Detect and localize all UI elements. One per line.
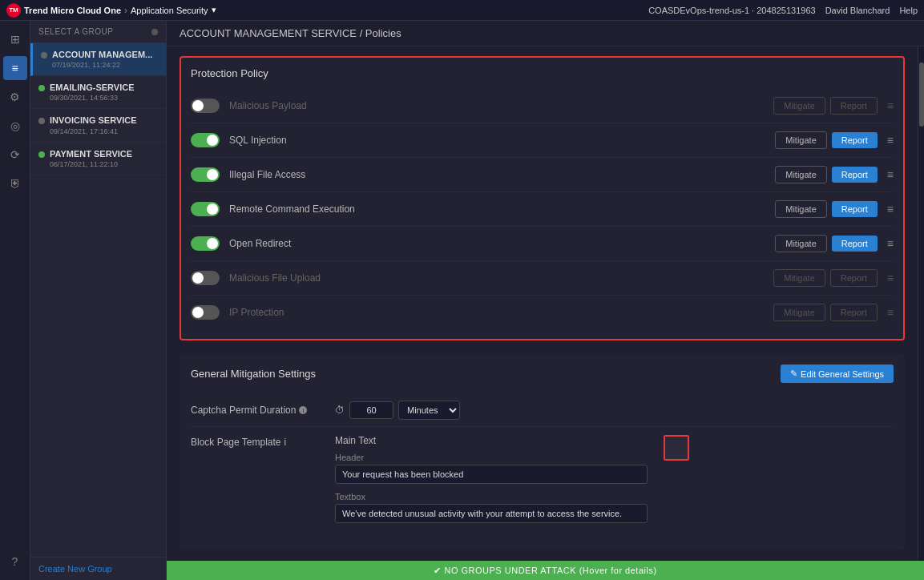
- captcha-value-input[interactable]: [349, 401, 393, 419]
- textbox-field-group: Textbox: [335, 492, 648, 523]
- mitigate-btn-ip-protection[interactable]: Mitigate: [773, 304, 825, 321]
- user-menu[interactable]: David Blanchard: [825, 6, 890, 15]
- filter-icon-btn[interactable]: ≡: [3, 56, 27, 80]
- textbox-field-input[interactable]: [335, 504, 648, 523]
- menu-dots-illegal-file[interactable]: ≡: [887, 168, 894, 181]
- help-icon-btn[interactable]: ?: [3, 550, 27, 574]
- report-btn-sql-injection[interactable]: Report: [832, 132, 878, 148]
- group-list: ACCOUNT MANAGEM... 07/19/2021, 11:24:22 …: [30, 43, 166, 557]
- main-text-label: Main Text: [335, 435, 648, 446]
- report-btn-remote-cmd[interactable]: Report: [832, 201, 878, 217]
- mitigate-btn-sql-injection[interactable]: Mitigate: [775, 131, 827, 149]
- captcha-unit-select[interactable]: Minutes Hours Seconds: [398, 401, 460, 420]
- policy-row-illegal-file: Illegal File Access Mitigate Report ≡: [191, 158, 894, 192]
- status-hint: (Hover for details): [579, 566, 657, 575]
- group-panel-dot: [151, 29, 158, 35]
- toggle-illegal-file[interactable]: [191, 167, 220, 182]
- report-btn-open-redirect[interactable]: Report: [832, 236, 878, 252]
- policy-name-open-redirect: Open Redirect: [220, 238, 775, 249]
- policy-actions-sql-injection: Mitigate Report ≡: [775, 131, 894, 149]
- group-status-dot-payment: [38, 151, 45, 158]
- menu-dots-sql-injection[interactable]: ≡: [887, 134, 894, 147]
- policy-actions-malicious-payload: Mitigate Report ≡: [773, 97, 894, 115]
- breadcrumb: ACCOUNT MANAGEMENT SERVICE / Policies: [167, 21, 924, 46]
- menu-dots-malicious-payload[interactable]: ≡: [887, 99, 894, 112]
- header-field-group: Header: [335, 453, 648, 484]
- main-content: ACCOUNT MANAGEMENT SERVICE / Policies Pr…: [167, 21, 924, 561]
- mitigate-btn-malicious-payload[interactable]: Mitigate: [773, 97, 825, 115]
- general-mitigation-title: General Mitigation Settings: [191, 368, 316, 380]
- circle-icon-btn[interactable]: ◎: [3, 114, 27, 138]
- help-menu[interactable]: Help: [899, 6, 918, 15]
- captcha-info-icon: i: [299, 406, 307, 414]
- sync-icon-btn[interactable]: ⟳: [3, 143, 27, 167]
- group-info-emailing: EMAILING-SERVICE 09/30/2021, 14:56:33: [50, 83, 135, 102]
- toggle-sql-injection[interactable]: [191, 133, 220, 147]
- brand-section: TM Trend Micro Cloud One: [6, 3, 121, 18]
- settings-icon-btn[interactable]: ⚙: [3, 85, 27, 109]
- group-item-account[interactable]: ACCOUNT MANAGEM... 07/19/2021, 11:24:22: [30, 43, 166, 76]
- create-new-group-button[interactable]: Create New Group: [30, 557, 166, 580]
- clock-icon: ⏱: [335, 405, 345, 416]
- scrollbar-thumb: [919, 62, 924, 127]
- toggle-malicious-payload[interactable]: [191, 99, 220, 113]
- group-item-payment[interactable]: PAYMENT SERVICE 06/17/2021, 11:22:10: [30, 143, 166, 175]
- shield-icon-btn[interactable]: ⛨: [3, 171, 27, 195]
- toggle-open-redirect[interactable]: [191, 236, 220, 251]
- toggle-ip-protection[interactable]: [191, 305, 220, 320]
- policy-row-ip-protection: IP Protection Mitigate Report ≡: [191, 296, 894, 329]
- group-info-invoicing: INVOICING SERVICE 09/14/2021, 17:16:41: [50, 115, 137, 135]
- top-navigation: TM Trend Micro Cloud One › Application S…: [0, 0, 924, 21]
- status-bar[interactable]: ✔ NO GROUPS UNDER ATTACK (Hover for deta…: [167, 561, 924, 580]
- brand-name: Trend Micro Cloud One: [24, 6, 121, 15]
- pencil-icon: ✎: [790, 369, 797, 379]
- mitigate-btn-open-redirect[interactable]: Mitigate: [775, 235, 827, 252]
- policy-actions-illegal-file: Mitigate Report ≡: [775, 166, 894, 183]
- policy-name-remote-cmd: Remote Command Execution: [220, 203, 775, 215]
- group-date-payment: 06/17/2021, 11:22:10: [50, 160, 132, 168]
- textbox-field-label: Textbox: [335, 492, 648, 501]
- group-item-invoicing[interactable]: INVOICING SERVICE 09/14/2021, 17:16:41: [30, 109, 166, 142]
- brand-logo: TM: [6, 3, 21, 18]
- group-date-invoicing: 09/14/2021, 17:16:41: [50, 127, 137, 135]
- mitigate-btn-malicious-upload[interactable]: Mitigate: [773, 269, 825, 287]
- mitigate-btn-remote-cmd[interactable]: Mitigate: [775, 200, 827, 218]
- app-chevron: ▾: [212, 5, 216, 15]
- group-status-dot-invoicing: [38, 118, 45, 124]
- group-date-account: 07/19/2021, 11:24:22: [52, 61, 152, 69]
- dashboard-icon-btn[interactable]: ⊞: [3, 27, 27, 51]
- report-btn-illegal-file[interactable]: Report: [832, 167, 878, 183]
- menu-dots-remote-cmd[interactable]: ≡: [887, 203, 894, 215]
- protection-policy-box: Protection Policy Malicious Payload Miti…: [180, 56, 905, 340]
- policy-name-illegal-file: Illegal File Access: [220, 169, 775, 180]
- menu-dots-malicious-upload[interactable]: ≡: [887, 272, 894, 284]
- general-mitigation-header: General Mitigation Settings ✎ Edit Gener…: [191, 365, 894, 383]
- right-scrollbar[interactable]: [918, 46, 924, 561]
- group-item-emailing[interactable]: EMAILING-SERVICE 09/30/2021, 14:56:33: [30, 76, 166, 109]
- policy-actions-malicious-upload: Mitigate Report ≡: [773, 269, 894, 287]
- icon-sidebar: ⊞ ≡ ⚙ ◎ ⟳ ⛨ ?: [0, 21, 30, 580]
- toggle-remote-cmd[interactable]: [191, 202, 220, 216]
- group-name-invoicing: INVOICING SERVICE: [50, 115, 137, 126]
- policy-row-remote-cmd: Remote Command Execution Mitigate Report…: [191, 192, 894, 227]
- report-btn-malicious-payload: Report: [830, 97, 878, 115]
- app-section[interactable]: Application Security ▾: [131, 5, 216, 15]
- group-info-payment: PAYMENT SERVICE 06/17/2021, 11:22:10: [50, 149, 132, 168]
- menu-dots-ip-protection[interactable]: ≡: [887, 306, 894, 319]
- mitigate-btn-illegal-file[interactable]: Mitigate: [775, 166, 827, 183]
- captcha-setting-row: Captcha Permit Duration i ⏱ Minutes Hour…: [191, 394, 894, 427]
- menu-dots-open-redirect[interactable]: ≡: [887, 237, 894, 250]
- policy-actions-open-redirect: Mitigate Report ≡: [775, 235, 894, 252]
- captcha-label: Captcha Permit Duration i: [191, 405, 335, 416]
- block-page-label: Block Page Template i: [191, 435, 335, 448]
- policy-row-malicious-upload: Malicious File Upload Mitigate Report ≡: [191, 261, 894, 296]
- app-name: Application Security: [131, 6, 208, 15]
- main-layout: ⊞ ≡ ⚙ ◎ ⟳ ⛨ ? SELECT A GROUP ACCOUNT MAN…: [0, 21, 924, 580]
- toggle-malicious-upload[interactable]: [191, 271, 220, 285]
- group-date-emailing: 09/30/2021, 14:56:33: [50, 94, 135, 102]
- header-field-input[interactable]: [335, 465, 648, 484]
- edit-general-settings-button[interactable]: ✎ Edit General Settings: [781, 365, 894, 383]
- block-page-info-icon: i: [284, 437, 287, 448]
- account-selector[interactable]: COASDEvOps-trend-us-1 · 204825131963: [648, 6, 816, 15]
- right-nav: COASDEvOps-trend-us-1 · 204825131963 Dav…: [648, 6, 918, 15]
